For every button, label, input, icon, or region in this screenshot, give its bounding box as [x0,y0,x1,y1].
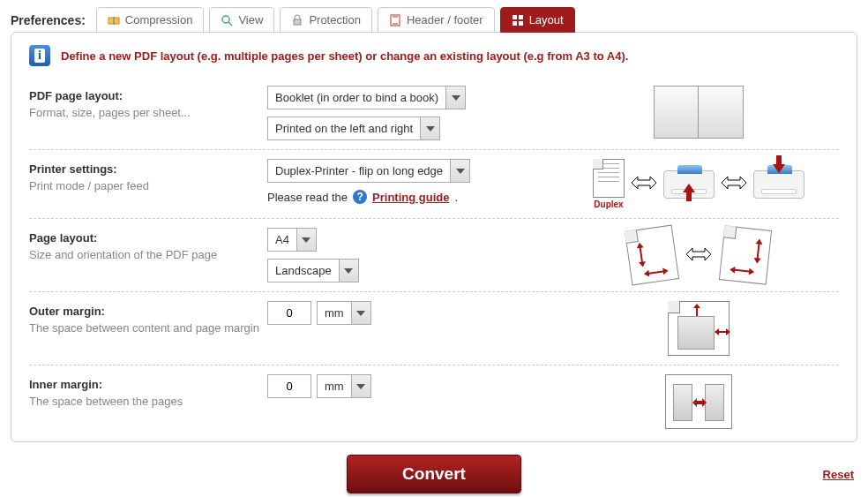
pdf-layout-title: PDF page layout: [29,89,267,102]
chevron-down-icon [296,229,316,251]
tab-view[interactable]: View [209,7,274,33]
outer-margin-input[interactable] [267,301,311,325]
pdf-layout-side-select[interactable]: Printed on the left and right [267,117,440,140]
chevron-down-icon [445,87,465,109]
compression-icon [108,14,120,26]
printer-icon [663,170,715,199]
inner-margin-input[interactable] [267,374,311,398]
row-outer-margin: Outer margin: The space between content … [29,292,839,365]
illustration-outer-margin [558,301,839,356]
layout-panel: i Define a new PDF layout (e.g. multiple… [11,32,857,442]
help-icon[interactable]: ? [353,190,367,204]
svg-rect-4 [294,19,301,25]
view-icon [221,14,233,26]
svg-rect-8 [513,15,517,19]
select-value: A4 [268,229,296,251]
tab-label: Compression [125,13,193,26]
select-value: Duplex-Printer - flip on long edge [268,160,450,182]
chevron-down-icon [351,375,370,397]
convert-button[interactable]: Convert [347,455,521,493]
page-orientation-select[interactable]: Landscape [267,259,359,282]
svg-line-3 [228,22,232,26]
select-value: Booklet (in order to bind a book) [268,87,445,109]
illustration-inner-margin [558,374,839,429]
page-layout-sub: Size and orientation of the PDF page [29,248,267,261]
read-text: Please read the [267,191,348,204]
printing-guide-link[interactable]: Printing guide [372,191,449,204]
select-value: mm [318,302,351,324]
duplex-label: Duplex [593,200,625,209]
layout-icon [512,14,524,26]
printer-settings-title: Printer settings: [29,162,267,176]
inner-margin-unit-select[interactable]: mm [317,374,371,398]
tab-label: Layout [529,13,564,26]
tab-compression[interactable]: Compression [96,7,205,33]
tab-label: Header / footer [407,13,483,26]
outer-margin-title: Outer margin: [29,305,267,318]
printer-mode-select[interactable]: Duplex-Printer - flip on long edge [267,159,470,183]
svg-rect-10 [513,21,517,26]
svg-rect-1 [113,17,115,25]
inner-margin-title: Inner margin: [29,378,267,391]
lock-icon [291,14,303,26]
arrow-up-icon [683,184,695,201]
page-layout-title: Page layout: [29,231,267,245]
arrow-down-icon [773,155,785,173]
chevron-down-icon [339,260,358,282]
svg-point-2 [222,16,229,23]
select-value: Landscape [268,260,339,282]
page-icon [389,14,401,26]
svg-rect-9 [519,15,523,19]
select-value: mm [318,375,351,397]
double-arrow-icon [722,175,746,193]
outer-margin-unit-select[interactable]: mm [317,301,371,325]
reset-link[interactable]: Reset [823,468,854,481]
tab-label: Protection [309,13,361,26]
footer: Convert Reset [11,442,857,497]
preferences-label: Preferences: [11,13,86,27]
svg-rect-11 [519,21,523,26]
double-arrow-icon [686,246,711,265]
inner-margin-sub: The space between the pages [29,395,267,408]
illustration-booklet [558,86,839,139]
illustration-duplex: Duplex [558,159,839,209]
info-text: Define a new PDF layout (e.g. multiple p… [61,49,628,63]
tab-label: View [238,13,263,26]
printer-icon [753,170,804,199]
row-printer-settings: Printer settings: Print mode / paper fee… [29,150,839,219]
chevron-down-icon [351,302,370,324]
chevron-down-icon [420,117,439,139]
tab-layout[interactable]: Layout [500,7,575,33]
tab-bar: Preferences: Compression View Protection… [11,7,857,33]
outer-margin-sub: The space between content and page margi… [29,321,267,335]
info-icon: i [29,45,50,66]
tab-protection[interactable]: Protection [280,7,372,33]
row-inner-margin: Inner margin: The space between the page… [29,365,839,438]
row-page-layout: Page layout: Size and orientation of the… [29,219,839,292]
printer-settings-sub: Print mode / paper feed [29,179,267,192]
info-banner: i Define a new PDF layout (e.g. multiple… [29,45,839,66]
pdf-layout-select[interactable]: Booklet (in order to bind a book) [267,86,466,109]
page-size-select[interactable]: A4 [267,228,317,252]
illustration-page-orientation [558,228,839,282]
tab-header-footer[interactable]: Header / footer [378,7,495,33]
row-pdf-layout: PDF page layout: Format, size, pages per… [29,77,839,150]
double-arrow-icon [632,175,656,193]
chevron-down-icon [450,160,469,182]
select-value: Printed on the left and right [268,117,420,139]
pdf-layout-sub: Format, size, pages per sheet... [29,106,267,119]
